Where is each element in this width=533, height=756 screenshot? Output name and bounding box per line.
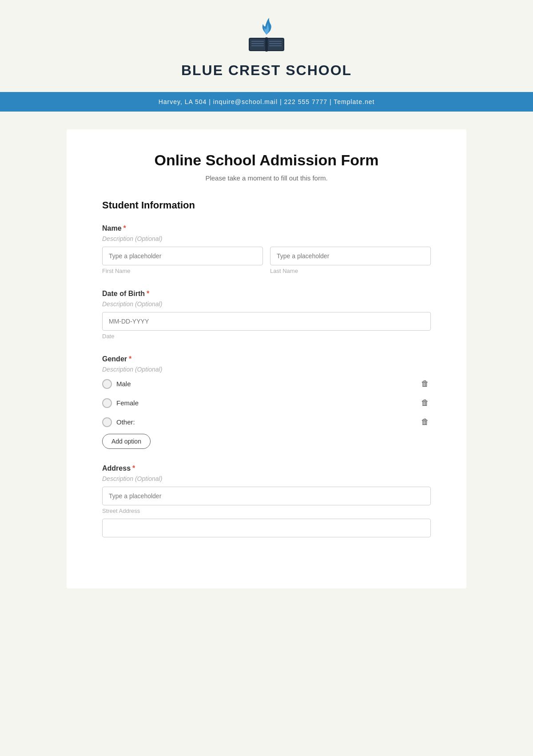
first-name-wrapper: First Name: [102, 247, 263, 274]
address-street-wrapper: Street Address: [102, 487, 431, 514]
gender-field-group: Gender * Description (Optional) Male 🗑 F…: [102, 355, 431, 449]
last-name-input[interactable]: [270, 247, 431, 265]
name-input-row: First Name Last Name: [102, 247, 431, 274]
name-field-group: Name * Description (Optional) First Name…: [102, 224, 431, 274]
delete-male-icon[interactable]: 🗑: [419, 377, 431, 390]
address-label: Address *: [102, 464, 431, 472]
info-bar: Harvey, LA 504 | inquire@school.mail | 2…: [0, 92, 533, 112]
first-name-input[interactable]: [102, 247, 263, 265]
add-option-button[interactable]: Add option: [102, 434, 151, 449]
name-required-star: *: [123, 224, 126, 232]
last-name-sublabel: Last Name: [270, 268, 431, 274]
gender-radio-group: Male 🗑 Female 🗑 Other: 🗑: [102, 377, 431, 428]
radio-circle-female[interactable]: [102, 398, 112, 408]
gender-option-female-left[interactable]: Female: [102, 398, 139, 408]
address-street-input[interactable]: [102, 487, 431, 505]
first-name-sublabel: First Name: [102, 268, 263, 274]
dob-input[interactable]: [102, 312, 431, 331]
svg-rect-1: [250, 39, 266, 50]
gender-option-male: Male 🗑: [102, 377, 431, 390]
section-title: Student Information: [102, 200, 431, 211]
svg-rect-3: [265, 37, 268, 52]
dob-field-group: Date of Birth * Description (Optional) D…: [102, 290, 431, 340]
header: BLUE CREST SCHOOL: [0, 0, 533, 92]
gender-option-other: Other: 🗑: [102, 416, 431, 428]
gender-label: Gender *: [102, 355, 431, 363]
last-name-wrapper: Last Name: [270, 247, 431, 274]
gender-description: Description (Optional): [102, 366, 431, 373]
radio-circle-male[interactable]: [102, 379, 112, 389]
gender-option-female: Female 🗑: [102, 396, 431, 409]
address-required-star: *: [132, 464, 135, 472]
main-content: Online School Admission Form Please take…: [67, 129, 466, 588]
form-title: Online School Admission Form: [102, 152, 431, 169]
dob-input-wrapper: Date: [102, 312, 431, 340]
delete-other-icon[interactable]: 🗑: [419, 416, 431, 428]
gender-required-star: *: [129, 355, 131, 363]
gender-male-label: Male: [116, 380, 131, 388]
address-line2-input[interactable]: [102, 519, 431, 537]
name-label: Name *: [102, 224, 431, 232]
address-line2-wrapper: [102, 519, 431, 537]
dob-sublabel: Date: [102, 333, 431, 340]
radio-circle-other[interactable]: [102, 417, 112, 427]
address-street-sublabel: Street Address: [102, 508, 431, 514]
school-name: BLUE CREST SCHOOL: [181, 62, 352, 79]
gender-other-label: Other:: [116, 418, 135, 426]
gender-option-other-left[interactable]: Other:: [102, 417, 135, 427]
dob-description: Description (Optional): [102, 300, 431, 308]
form-subtitle: Please take a moment to fill out this fo…: [102, 174, 431, 182]
svg-rect-2: [267, 39, 283, 50]
address-description: Description (Optional): [102, 475, 431, 482]
name-description: Description (Optional): [102, 235, 431, 242]
gender-option-male-left[interactable]: Male: [102, 379, 131, 389]
logo-container: BLUE CREST SCHOOL: [181, 13, 352, 79]
dob-label: Date of Birth *: [102, 290, 431, 298]
address-field-group: Address * Description (Optional) Street …: [102, 464, 431, 537]
gender-female-label: Female: [116, 399, 139, 407]
delete-female-icon[interactable]: 🗑: [419, 396, 431, 409]
school-logo: [244, 13, 289, 58]
dob-required-star: *: [147, 290, 149, 298]
